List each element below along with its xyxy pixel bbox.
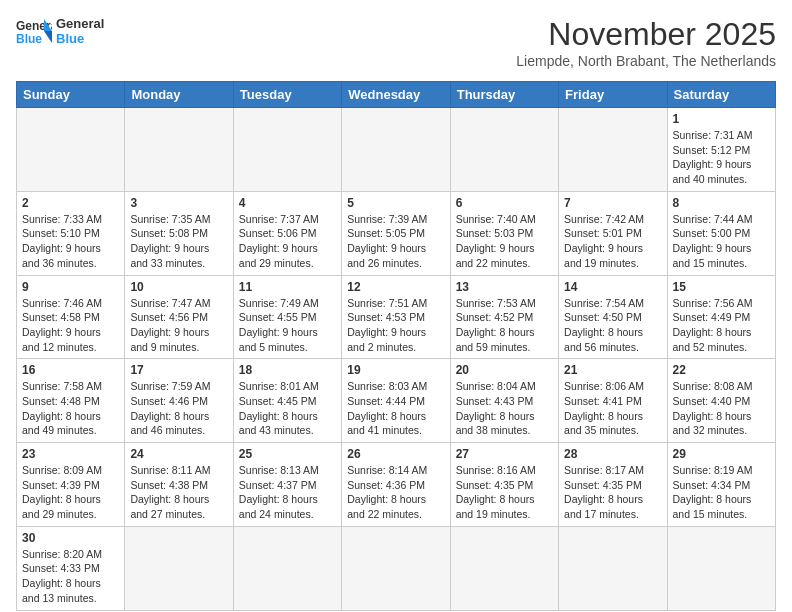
calendar-cell: 22Sunrise: 8:08 AM Sunset: 4:40 PM Dayli… (667, 359, 775, 443)
day-info: Sunrise: 8:11 AM Sunset: 4:38 PM Dayligh… (130, 463, 227, 522)
calendar-cell: 9Sunrise: 7:46 AM Sunset: 4:58 PM Daylig… (17, 275, 125, 359)
week-row-0: 1Sunrise: 7:31 AM Sunset: 5:12 PM Daylig… (17, 108, 776, 192)
day-info: Sunrise: 8:20 AM Sunset: 4:33 PM Dayligh… (22, 547, 119, 606)
calendar-cell: 8Sunrise: 7:44 AM Sunset: 5:00 PM Daylig… (667, 191, 775, 275)
day-info: Sunrise: 7:53 AM Sunset: 4:52 PM Dayligh… (456, 296, 553, 355)
day-number: 25 (239, 447, 336, 461)
day-info: Sunrise: 8:08 AM Sunset: 4:40 PM Dayligh… (673, 379, 770, 438)
calendar-cell: 2Sunrise: 7:33 AM Sunset: 5:10 PM Daylig… (17, 191, 125, 275)
calendar-cell (233, 108, 341, 192)
weekday-header-row: SundayMondayTuesdayWednesdayThursdayFrid… (17, 82, 776, 108)
calendar-cell (342, 108, 450, 192)
calendar-cell: 28Sunrise: 8:17 AM Sunset: 4:35 PM Dayli… (559, 443, 667, 527)
calendar-cell: 26Sunrise: 8:14 AM Sunset: 4:36 PM Dayli… (342, 443, 450, 527)
weekday-header-thursday: Thursday (450, 82, 558, 108)
header: General Blue General Blue November 2025 … (16, 16, 776, 69)
calendar-cell: 1Sunrise: 7:31 AM Sunset: 5:12 PM Daylig… (667, 108, 775, 192)
day-number: 22 (673, 363, 770, 377)
week-row-5: 30Sunrise: 8:20 AM Sunset: 4:33 PM Dayli… (17, 526, 776, 610)
day-number: 21 (564, 363, 661, 377)
week-row-4: 23Sunrise: 8:09 AM Sunset: 4:39 PM Dayli… (17, 443, 776, 527)
weekday-header-sunday: Sunday (17, 82, 125, 108)
day-info: Sunrise: 8:13 AM Sunset: 4:37 PM Dayligh… (239, 463, 336, 522)
day-info: Sunrise: 8:16 AM Sunset: 4:35 PM Dayligh… (456, 463, 553, 522)
calendar-cell: 20Sunrise: 8:04 AM Sunset: 4:43 PM Dayli… (450, 359, 558, 443)
day-info: Sunrise: 7:58 AM Sunset: 4:48 PM Dayligh… (22, 379, 119, 438)
weekday-header-saturday: Saturday (667, 82, 775, 108)
day-number: 12 (347, 280, 444, 294)
calendar-cell: 12Sunrise: 7:51 AM Sunset: 4:53 PM Dayli… (342, 275, 450, 359)
day-number: 26 (347, 447, 444, 461)
calendar-cell: 23Sunrise: 8:09 AM Sunset: 4:39 PM Dayli… (17, 443, 125, 527)
day-number: 1 (673, 112, 770, 126)
day-number: 17 (130, 363, 227, 377)
day-info: Sunrise: 7:49 AM Sunset: 4:55 PM Dayligh… (239, 296, 336, 355)
calendar-cell: 19Sunrise: 8:03 AM Sunset: 4:44 PM Dayli… (342, 359, 450, 443)
day-number: 13 (456, 280, 553, 294)
calendar-cell: 3Sunrise: 7:35 AM Sunset: 5:08 PM Daylig… (125, 191, 233, 275)
day-info: Sunrise: 7:39 AM Sunset: 5:05 PM Dayligh… (347, 212, 444, 271)
day-info: Sunrise: 7:40 AM Sunset: 5:03 PM Dayligh… (456, 212, 553, 271)
calendar-cell (233, 526, 341, 610)
logo-blue-text: Blue (56, 31, 104, 46)
logo-general-text: General (56, 16, 104, 31)
week-row-1: 2Sunrise: 7:33 AM Sunset: 5:10 PM Daylig… (17, 191, 776, 275)
day-info: Sunrise: 7:42 AM Sunset: 5:01 PM Dayligh… (564, 212, 661, 271)
day-info: Sunrise: 8:03 AM Sunset: 4:44 PM Dayligh… (347, 379, 444, 438)
calendar-cell: 4Sunrise: 7:37 AM Sunset: 5:06 PM Daylig… (233, 191, 341, 275)
day-number: 11 (239, 280, 336, 294)
day-info: Sunrise: 8:17 AM Sunset: 4:35 PM Dayligh… (564, 463, 661, 522)
calendar-cell (559, 108, 667, 192)
calendar-cell (342, 526, 450, 610)
calendar-cell: 25Sunrise: 8:13 AM Sunset: 4:37 PM Dayli… (233, 443, 341, 527)
title-area: November 2025 Liempde, North Brabant, Th… (516, 16, 776, 69)
calendar-cell (450, 108, 558, 192)
day-number: 30 (22, 531, 119, 545)
day-info: Sunrise: 8:04 AM Sunset: 4:43 PM Dayligh… (456, 379, 553, 438)
day-number: 4 (239, 196, 336, 210)
calendar-cell: 18Sunrise: 8:01 AM Sunset: 4:45 PM Dayli… (233, 359, 341, 443)
calendar-cell: 21Sunrise: 8:06 AM Sunset: 4:41 PM Dayli… (559, 359, 667, 443)
calendar-cell: 29Sunrise: 8:19 AM Sunset: 4:34 PM Dayli… (667, 443, 775, 527)
day-number: 10 (130, 280, 227, 294)
weekday-header-friday: Friday (559, 82, 667, 108)
day-number: 2 (22, 196, 119, 210)
svg-text:Blue: Blue (16, 32, 42, 45)
logo: General Blue General Blue (16, 16, 104, 46)
day-info: Sunrise: 7:54 AM Sunset: 4:50 PM Dayligh… (564, 296, 661, 355)
calendar-cell: 14Sunrise: 7:54 AM Sunset: 4:50 PM Dayli… (559, 275, 667, 359)
weekday-header-monday: Monday (125, 82, 233, 108)
calendar-cell (125, 108, 233, 192)
calendar-cell: 17Sunrise: 7:59 AM Sunset: 4:46 PM Dayli… (125, 359, 233, 443)
day-number: 6 (456, 196, 553, 210)
day-info: Sunrise: 7:47 AM Sunset: 4:56 PM Dayligh… (130, 296, 227, 355)
calendar-cell (17, 108, 125, 192)
calendar-cell: 30Sunrise: 8:20 AM Sunset: 4:33 PM Dayli… (17, 526, 125, 610)
calendar-cell: 10Sunrise: 7:47 AM Sunset: 4:56 PM Dayli… (125, 275, 233, 359)
weekday-header-tuesday: Tuesday (233, 82, 341, 108)
day-number: 14 (564, 280, 661, 294)
day-info: Sunrise: 7:51 AM Sunset: 4:53 PM Dayligh… (347, 296, 444, 355)
day-number: 29 (673, 447, 770, 461)
day-number: 7 (564, 196, 661, 210)
day-number: 28 (564, 447, 661, 461)
day-info: Sunrise: 7:59 AM Sunset: 4:46 PM Dayligh… (130, 379, 227, 438)
day-info: Sunrise: 8:19 AM Sunset: 4:34 PM Dayligh… (673, 463, 770, 522)
day-number: 23 (22, 447, 119, 461)
calendar-cell: 16Sunrise: 7:58 AM Sunset: 4:48 PM Dayli… (17, 359, 125, 443)
subtitle: Liempde, North Brabant, The Netherlands (516, 53, 776, 69)
day-info: Sunrise: 8:01 AM Sunset: 4:45 PM Dayligh… (239, 379, 336, 438)
calendar-cell (125, 526, 233, 610)
day-info: Sunrise: 8:06 AM Sunset: 4:41 PM Dayligh… (564, 379, 661, 438)
calendar-cell (450, 526, 558, 610)
day-info: Sunrise: 7:31 AM Sunset: 5:12 PM Dayligh… (673, 128, 770, 187)
calendar-cell: 5Sunrise: 7:39 AM Sunset: 5:05 PM Daylig… (342, 191, 450, 275)
day-number: 5 (347, 196, 444, 210)
day-number: 20 (456, 363, 553, 377)
day-info: Sunrise: 8:09 AM Sunset: 4:39 PM Dayligh… (22, 463, 119, 522)
calendar-cell (559, 526, 667, 610)
day-number: 15 (673, 280, 770, 294)
day-info: Sunrise: 7:37 AM Sunset: 5:06 PM Dayligh… (239, 212, 336, 271)
calendar-cell: 13Sunrise: 7:53 AM Sunset: 4:52 PM Dayli… (450, 275, 558, 359)
calendar-cell: 24Sunrise: 8:11 AM Sunset: 4:38 PM Dayli… (125, 443, 233, 527)
